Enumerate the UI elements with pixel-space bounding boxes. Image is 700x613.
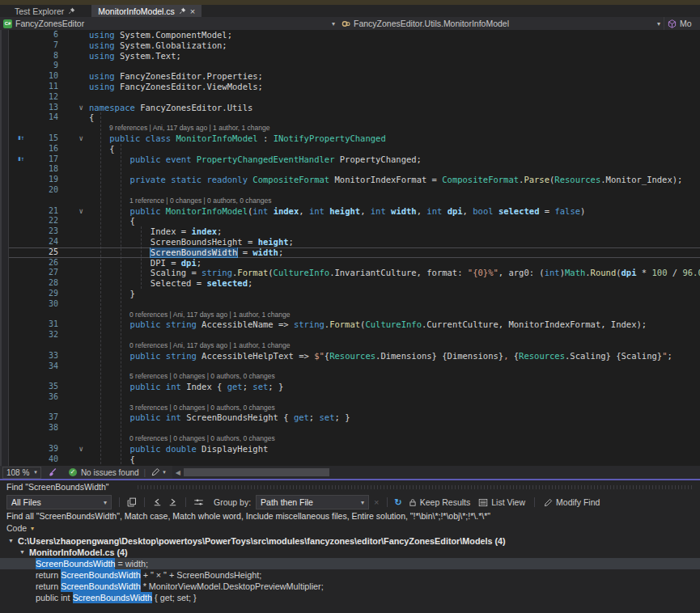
- tab-monitorinfomodel[interactable]: MonitorInfoModel.cs ×: [91, 5, 202, 17]
- code-line[interactable]: 36: [9, 392, 700, 403]
- code-line[interactable]: 24 ScreenBoundsHeight = height;: [9, 237, 700, 247]
- code-line[interactable]: 23 Index = index;: [9, 226, 700, 237]
- code-line[interactable]: 13∨namespace FancyZonesEditor.Utils: [9, 103, 700, 113]
- code-line[interactable]: 32: [9, 330, 700, 340]
- expander-icon[interactable]: ▼: [8, 535, 14, 547]
- list-view-button[interactable]: List View: [477, 497, 527, 507]
- code-line[interactable]: 26 DPI = dpi;: [9, 258, 700, 268]
- code-line[interactable]: 37 public int ScreenBoundsHeight { get; …: [9, 412, 700, 423]
- codelens-line[interactable]: 0 references | Ani, 117 days ago | 1 aut…: [9, 340, 700, 351]
- horizontal-scrollbar[interactable]: ◀: [172, 466, 700, 479]
- code-line[interactable]: 6using System.ComponentModel;: [9, 30, 700, 40]
- code-line[interactable]: 10using FancyZonesEditor.Properties;: [9, 71, 700, 82]
- code-line[interactable]: 12: [9, 92, 700, 103]
- code-line[interactable]: 28 Selected = selected;: [9, 278, 700, 289]
- code-line[interactable]: 30: [9, 299, 700, 310]
- line-number: 32: [32, 330, 58, 340]
- modify-find-button[interactable]: Modify Find: [542, 497, 601, 507]
- fold-chevron-icon[interactable]: ∨: [58, 133, 89, 144]
- code-line[interactable]: 11using FancyZonesEditor.ViewModels;: [9, 82, 700, 92]
- codelens-line[interactable]: 0 references | Ani, 117 days ago | 1 aut…: [9, 310, 700, 320]
- code-line[interactable]: 29 }: [9, 289, 700, 299]
- fold-chevron-icon[interactable]: ∨: [58, 444, 89, 454]
- code-line[interactable]: 7using System.Globalization;: [9, 40, 700, 51]
- code-scope-toggle[interactable]: Code ▾: [0, 522, 700, 534]
- code-line[interactable]: 38: [9, 423, 700, 433]
- code-suggestion-pen-icon[interactable]: [151, 467, 160, 477]
- pin-icon[interactable]: [68, 7, 75, 15]
- codelens-text[interactable]: 3 references | 0 changes | 0 authors, 0 …: [89, 403, 700, 413]
- type-dropdown[interactable]: FancyZonesEditor.Utils.MonitorInfoModel …: [338, 17, 664, 30]
- close-tab-icon[interactable]: ×: [190, 6, 195, 16]
- chevron-down-icon[interactable]: ▾: [163, 469, 166, 476]
- fold-margin: [58, 382, 89, 392]
- code-line[interactable]: 18: [9, 164, 700, 175]
- codelens-text[interactable]: 0 references | Ani, 117 days ago | 1 aut…: [89, 340, 700, 351]
- pin-icon[interactable]: [179, 7, 186, 15]
- find-result-row[interactable]: return ScreenBoundsWidth + " × " + Scree…: [0, 569, 700, 581]
- fold-chevron-icon[interactable]: ∨: [58, 103, 89, 113]
- codelens-text[interactable]: 9 references | Ani, 117 days ago | 1 aut…: [89, 123, 700, 133]
- codelens-text[interactable]: 5 references | 0 changes | 0 authors, 0 …: [89, 371, 700, 382]
- codelens-line[interactable]: 0 references | 0 changes | 0 authors, 0 …: [9, 433, 700, 444]
- settings-sliders-icon[interactable]: [193, 497, 204, 507]
- codelens-text[interactable]: 1 reference | 0 changes | 0 authors, 0 c…: [89, 196, 700, 206]
- code-line[interactable]: 14{: [9, 112, 700, 123]
- scrollbar-thumb[interactable]: [184, 468, 329, 476]
- line-number: 21: [32, 206, 58, 217]
- code-line[interactable]: 21∨ public MonitorInfoModel(int index, i…: [9, 206, 700, 217]
- code-line[interactable]: 22 {: [9, 216, 700, 226]
- refresh-search-icon[interactable]: ↻: [395, 497, 402, 508]
- find-result-row[interactable]: ScreenBoundsWidth = width;: [0, 558, 700, 569]
- codelens-text[interactable]: 0 references | 0 changes | 0 authors, 0 …: [89, 433, 700, 444]
- copy-icon[interactable]: [127, 497, 137, 507]
- group-by-dropdown[interactable]: Path then File ▾: [256, 495, 369, 509]
- fold-chevron-icon[interactable]: ∨: [58, 206, 89, 217]
- code-line[interactable]: 9: [9, 61, 700, 71]
- find-result-group-row[interactable]: ▼MonitorInfoModel.cs (4): [0, 547, 700, 558]
- code-line[interactable]: 20: [9, 185, 700, 196]
- code-line[interactable]: 35 public int Index { get; set; }: [9, 382, 700, 392]
- code-line[interactable]: 40 {: [9, 454, 700, 465]
- line-number: 16: [32, 144, 58, 154]
- code-editor[interactable]: 6using System.ComponentModel;7using Syst…: [0, 30, 700, 466]
- find-panel-title: Find "ScreenBoundsWidth": [6, 482, 109, 492]
- line-number: 14: [32, 112, 58, 123]
- code-line[interactable]: 27 Scaling = string.Format(CultureInfo.I…: [9, 268, 700, 278]
- find-panel-header[interactable]: Find "ScreenBoundsWidth": [0, 480, 700, 493]
- zoom-level-dropdown[interactable]: 108 % ▾: [2, 467, 41, 479]
- codelens-line[interactable]: 5 references | 0 changes | 0 authors, 0 …: [9, 371, 700, 382]
- code-line[interactable]: 33 public string AccessibleHelpText => $…: [9, 351, 700, 361]
- keep-results-button[interactable]: Keep Results: [407, 497, 472, 507]
- tab-test-explorer[interactable]: Test Explorer: [8, 5, 82, 17]
- fold-margin: [58, 330, 89, 340]
- code-line[interactable]: 16 {: [9, 144, 700, 154]
- find-result-row[interactable]: return ScreenBoundsWidth * MonitorViewMo…: [0, 581, 700, 592]
- code-line[interactable]: 31 public string AccessibleName => strin…: [9, 319, 700, 330]
- codelens-line[interactable]: 9 references | Ani, 117 days ago | 1 aut…: [9, 123, 700, 133]
- find-result-group-row[interactable]: ▼C:\Users\zhaopengwang\Desktop\powertoys…: [0, 535, 700, 547]
- member-dropdown[interactable]: Mo: [664, 17, 700, 30]
- code-line[interactable]: 34: [9, 361, 700, 372]
- scroll-left-icon[interactable]: ◀: [172, 469, 184, 476]
- codelens-line[interactable]: 3 references | 0 changes | 0 authors, 0 …: [9, 403, 700, 413]
- code-line[interactable]: ▮↑17 public event PropertyChangedEventHa…: [9, 154, 700, 165]
- code-line[interactable]: 8using System.Text;: [9, 51, 700, 61]
- code-line[interactable]: ▮↑15∨ public class MonitorInfoModel : IN…: [9, 133, 700, 144]
- find-result-row[interactable]: public int ScreenBoundsWidth { get; set;…: [0, 592, 700, 603]
- document-health-icon[interactable]: [48, 467, 57, 477]
- codelens-line[interactable]: 1 reference | 0 changes | 0 authors, 0 c…: [9, 196, 700, 206]
- fold-margin: [58, 123, 89, 133]
- line-number: 34: [32, 361, 58, 372]
- scope-filter-dropdown[interactable]: All Files ▾: [6, 495, 112, 509]
- expander-icon[interactable]: ▼: [19, 547, 25, 558]
- project-dropdown[interactable]: C# FancyZonesEditor ▾: [0, 17, 338, 30]
- code-line[interactable]: 25 ScreenBoundsWidth = width;: [9, 247, 700, 258]
- clear-results-icon[interactable]: ×: [374, 497, 379, 507]
- chevron-down-icon: ▾: [104, 499, 107, 506]
- code-line[interactable]: 39∨ public double DisplayHeight: [9, 444, 700, 454]
- code-line[interactable]: 19 private static readonly CompositeForm…: [9, 175, 700, 185]
- previous-result-icon[interactable]: [152, 497, 163, 507]
- next-result-icon[interactable]: [168, 497, 178, 507]
- codelens-text[interactable]: 0 references | Ani, 117 days ago | 1 aut…: [89, 310, 700, 320]
